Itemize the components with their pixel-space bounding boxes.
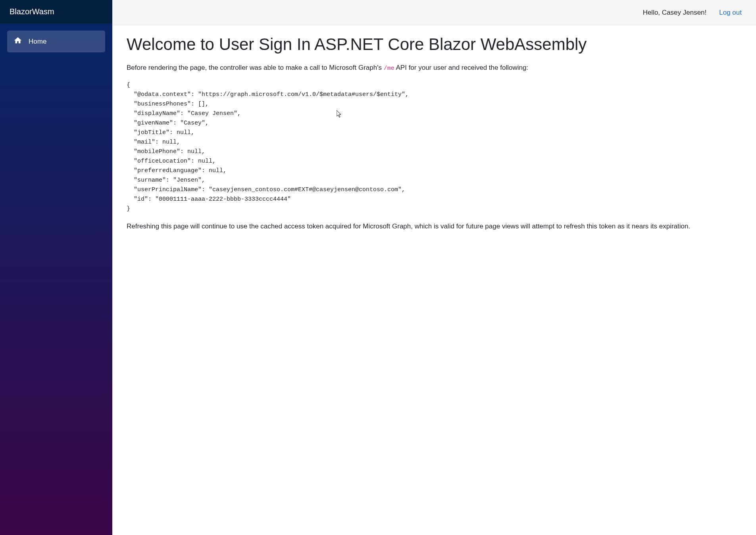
logout-link[interactable]: Log out [719,9,742,17]
page-title: Welcome to User Sign In ASP.NET Core Bla… [127,34,742,55]
brand-title[interactable]: BlazorWasm [0,0,112,23]
nav-menu: Home [0,23,112,59]
home-icon [13,36,29,47]
main-wrapper: Hello, Casey Jensen! Log out Welcome to … [112,0,756,535]
intro-paragraph: Before rendering the page, the controlle… [127,62,742,73]
inline-code-me: /me [384,65,394,72]
sidebar: BlazorWasm Home [0,0,112,535]
json-response-block: { "@odata.context": "https://graph.micro… [127,81,742,214]
user-greeting: Hello, Casey Jensen! [643,9,707,17]
sidebar-item-label: Home [29,38,46,46]
footer-paragraph: Refreshing this page will continue to us… [127,221,742,232]
sidebar-item-home[interactable]: Home [7,31,105,52]
top-row: Hello, Casey Jensen! Log out [112,0,756,25]
main-content: Welcome to User Sign In ASP.NET Core Bla… [112,25,756,247]
